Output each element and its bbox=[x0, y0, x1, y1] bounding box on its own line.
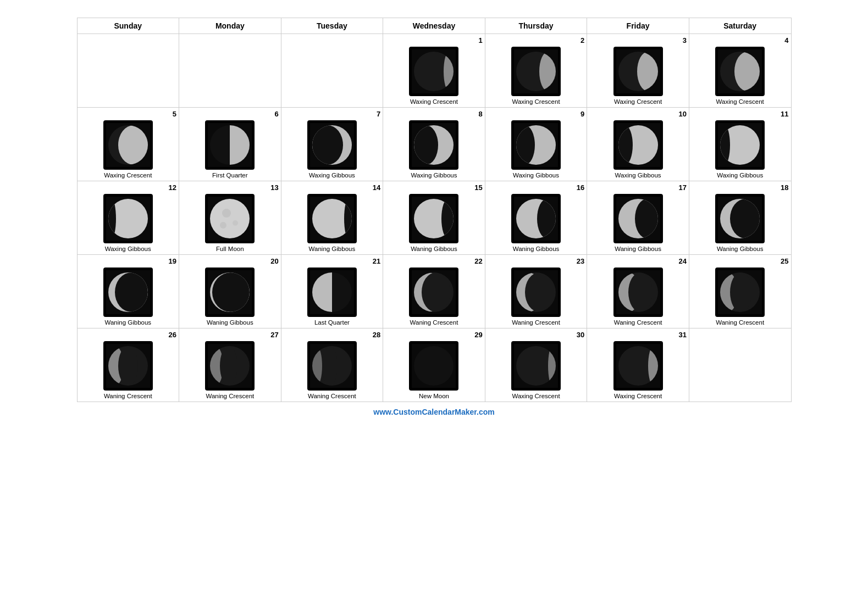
day-number: 19 bbox=[80, 257, 177, 265]
moon-phase-label: Full Moon bbox=[216, 246, 244, 252]
calendar-cell: 3 Waxing Crescent bbox=[587, 34, 689, 108]
calendar-cell: 15 Waning Gibbous bbox=[383, 181, 485, 255]
moon-phase-container: Waxing Gibbous bbox=[488, 120, 585, 179]
moon-phase-container: Waning Gibbous bbox=[385, 194, 483, 252]
moon-phase-label: Waning Gibbous bbox=[513, 246, 560, 252]
day-number: 29 bbox=[385, 331, 483, 339]
moon-image bbox=[103, 268, 153, 317]
moon-phase-label: Last Quarter bbox=[314, 319, 350, 326]
moon-phase-label: Waning Gibbous bbox=[411, 246, 457, 252]
day-number: 31 bbox=[589, 331, 687, 339]
moon-phase-label: New Moon bbox=[419, 393, 449, 399]
moon-image bbox=[205, 120, 255, 170]
moon-image bbox=[715, 194, 765, 243]
day-number: 5 bbox=[80, 110, 177, 118]
day-number: 13 bbox=[181, 183, 279, 192]
moon-phase-label: Waning Gibbous bbox=[717, 246, 764, 252]
day-number: 14 bbox=[284, 183, 381, 192]
moon-phase-container: Waxing Crescent bbox=[488, 47, 585, 105]
moon-phase-container: Waning Crescent bbox=[589, 268, 687, 326]
moon-phase-container: Waning Crescent bbox=[488, 268, 585, 326]
day-number: 8 bbox=[385, 110, 483, 118]
moon-phase-container: Waxing Crescent bbox=[488, 341, 585, 399]
moon-image bbox=[307, 194, 357, 243]
moon-image bbox=[205, 194, 255, 243]
moon-image bbox=[307, 268, 357, 317]
calendar-cell: 14 Waning Gibbous bbox=[281, 181, 383, 255]
day-of-week-header: Sunday bbox=[77, 18, 179, 34]
moon-image bbox=[613, 47, 663, 96]
moon-phase-container: Full Moon bbox=[181, 194, 279, 252]
day-number: 7 bbox=[284, 110, 381, 118]
svg-point-121 bbox=[414, 346, 454, 386]
day-number: 20 bbox=[181, 257, 279, 265]
moon-phase-container: New Moon bbox=[385, 341, 483, 399]
moon-phase-container: Waning Crescent bbox=[181, 341, 279, 399]
moon-phase-label: Waxing Crescent bbox=[716, 98, 764, 105]
moon-image bbox=[409, 120, 458, 170]
moon-image bbox=[511, 341, 561, 391]
moon-phase-label: Waxing Gibbous bbox=[411, 172, 457, 179]
moon-image bbox=[715, 268, 765, 317]
moon-phase-label: Waning Crescent bbox=[716, 319, 764, 326]
moon-image bbox=[409, 194, 458, 243]
moon-phase-label: Waxing Gibbous bbox=[615, 172, 661, 179]
footer-link[interactable]: www.CustomCalendarMaker.com bbox=[373, 408, 494, 416]
day-of-week-header: Wednesday bbox=[383, 18, 485, 34]
day-number: 18 bbox=[692, 183, 789, 192]
moon-phase-container: Waning Gibbous bbox=[488, 194, 585, 252]
calendar-cell: 17 Waning Gibbous bbox=[587, 181, 689, 255]
moon-phase-container: Waxing Crescent bbox=[385, 47, 483, 105]
calendar-cell: 25 Waning Crescent bbox=[689, 255, 791, 328]
moon-calendar: SundayMondayTuesdayWednesdayThursdayFrid… bbox=[77, 18, 792, 402]
moon-image bbox=[613, 268, 663, 317]
calendar-cell: 7 Waxing Gibbous bbox=[281, 108, 383, 181]
moon-phase-container: Waxing Crescent bbox=[80, 120, 177, 179]
moon-image bbox=[715, 120, 765, 170]
day-number: 17 bbox=[589, 183, 687, 192]
calendar-cell bbox=[281, 34, 383, 108]
moon-phase-label: Waxing Gibbous bbox=[513, 172, 559, 179]
day-number: 6 bbox=[181, 110, 279, 118]
calendar-cell: 8 Waxing Gibbous bbox=[383, 108, 485, 181]
calendar-cell: 24 Waning Crescent bbox=[587, 255, 689, 328]
calendar-cell: 23 Waning Crescent bbox=[485, 255, 587, 328]
day-of-week-header: Monday bbox=[179, 18, 281, 34]
moon-image bbox=[103, 120, 153, 170]
moon-phase-label: Waxing Gibbous bbox=[105, 246, 151, 252]
svg-point-99 bbox=[628, 272, 653, 312]
day-number: 21 bbox=[284, 257, 381, 265]
moon-image bbox=[307, 120, 357, 170]
moon-image bbox=[511, 268, 561, 317]
moon-phase-label: Waxing Crescent bbox=[410, 98, 458, 105]
day-number: 3 bbox=[589, 36, 687, 44]
moon-phase-container: Waning Gibbous bbox=[284, 194, 381, 252]
day-number: 22 bbox=[385, 257, 483, 265]
day-number: 23 bbox=[488, 257, 585, 265]
calendar-cell: 16 Waning Gibbous bbox=[485, 181, 587, 255]
moon-phase-container: Waxing Gibbous bbox=[692, 120, 789, 179]
moon-phase-container: Waning Crescent bbox=[385, 268, 483, 326]
moon-phase-label: Waning Gibbous bbox=[207, 319, 253, 326]
moon-phase-label: First Quarter bbox=[212, 172, 248, 179]
moon-phase-label: Waxing Crescent bbox=[614, 98, 662, 105]
calendar-cell: 28 Waning Crescent bbox=[281, 328, 383, 402]
day-of-week-header: Thursday bbox=[485, 18, 587, 34]
moon-image bbox=[613, 194, 663, 243]
moon-phase-label: Waning Crescent bbox=[614, 319, 662, 326]
moon-phase-container: Waxing Gibbous bbox=[385, 120, 483, 179]
svg-point-52 bbox=[220, 222, 226, 229]
moon-phase-container: Waning Crescent bbox=[692, 268, 789, 326]
calendar-cell: 29 New Moon bbox=[383, 328, 485, 402]
day-number: 25 bbox=[692, 257, 789, 265]
day-number: 9 bbox=[488, 110, 585, 118]
moon-image bbox=[511, 120, 561, 170]
calendar-cell: 11 Waxing Gibbous bbox=[689, 108, 791, 181]
day-of-week-header: Saturday bbox=[689, 18, 791, 34]
moon-phase-container: Waning Gibbous bbox=[181, 268, 279, 326]
moon-phase-label: Waxing Crescent bbox=[512, 98, 560, 105]
moon-phase-container: Waning Gibbous bbox=[589, 194, 687, 252]
moon-phase-label: Waning Crescent bbox=[512, 319, 560, 326]
moon-image bbox=[307, 341, 357, 391]
moon-phase-label: Waning Crescent bbox=[410, 319, 458, 326]
